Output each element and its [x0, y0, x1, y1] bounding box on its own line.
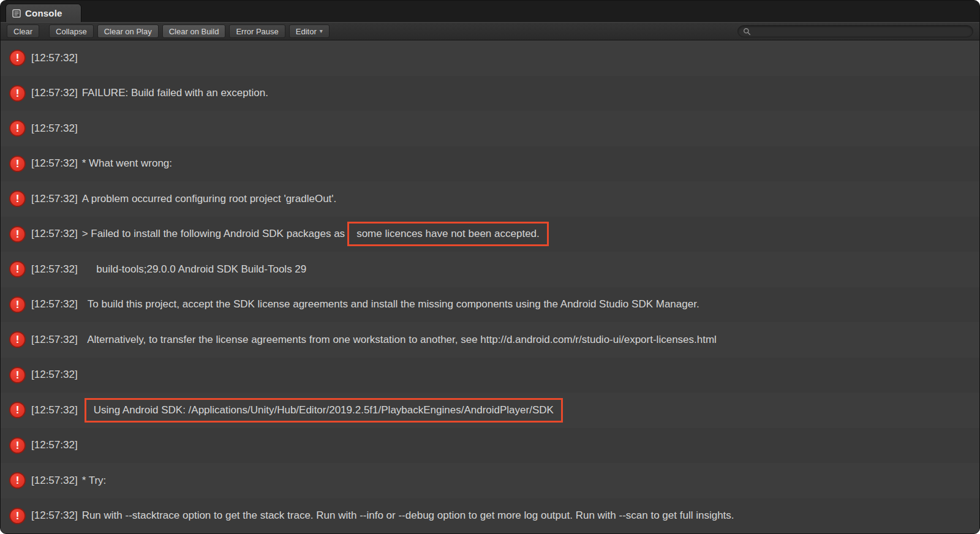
error-icon: !	[9, 226, 26, 243]
search-icon	[743, 28, 751, 36]
log-timestamp: [12:57:32]	[31, 404, 78, 416]
error-icon: !	[9, 437, 26, 454]
log-timestamp: [12:57:32]	[31, 157, 78, 170]
log-entry[interactable]: ! [12:57:32] build-tools;29.0.0 Android …	[1, 252, 979, 287]
log-entry[interactable]: ! [12:57:32] Alternatively, to transfer …	[1, 322, 979, 358]
log-text: [12:57:32]	[31, 122, 82, 135]
log-timestamp: [12:57:32]	[31, 334, 78, 346]
log-timestamp: [12:57:32]	[31, 510, 78, 522]
log-highlight-box: Using Android SDK: /Applications/Unity/H…	[85, 398, 563, 423]
exclamation-glyph: !	[16, 53, 20, 63]
error-icon: !	[9, 261, 26, 277]
log-entry[interactable]: ! [12:57:32]* What went wrong:	[1, 146, 979, 182]
exclamation-glyph: !	[16, 194, 20, 204]
log-text: [12:57:32]A problem occurred configuring…	[31, 193, 336, 205]
console-toolbar: Clear Collapse Clear on Play Clear on Bu…	[1, 22, 979, 40]
log-entry[interactable]: ! [12:57:32]	[1, 111, 979, 146]
log-text: [12:57:32]* Try:	[31, 475, 106, 487]
console-log-list: ! [12:57:32] ! [12:57:32]FAILURE: Build …	[1, 40, 979, 533]
log-entry[interactable]: ! [12:57:32]	[1, 428, 979, 464]
exclamation-glyph: !	[16, 370, 20, 380]
log-entry[interactable]: ! [12:57:32]Run with --stacktrace option…	[1, 498, 979, 534]
editor-dropdown[interactable]: Editor ▾	[289, 24, 330, 38]
log-message: FAILURE: Build failed with an exception.	[82, 87, 268, 99]
clear-button[interactable]: Clear	[7, 24, 39, 38]
exclamation-glyph: !	[16, 405, 20, 415]
error-icon: !	[9, 508, 26, 524]
log-timestamp: [12:57:32]	[31, 122, 78, 135]
exclamation-glyph: !	[16, 299, 20, 310]
log-entry[interactable]: ! [12:57:32]A problem occurred configuri…	[1, 181, 979, 217]
log-highlight-box: some licences have not been accepted.	[347, 222, 549, 246]
error-icon: !	[9, 296, 26, 313]
log-text: [12:57:32] build-tools;29.0.0 Android SD…	[31, 263, 306, 276]
exclamation-glyph: !	[16, 475, 20, 486]
log-message: Alternatively, to transfer the license a…	[82, 334, 717, 346]
log-entry[interactable]: ! [12:57:32]* Try:	[1, 463, 979, 498]
log-text: [12:57:32]Run with --stacktrace option t…	[31, 510, 734, 522]
log-timestamp: [12:57:32]	[31, 263, 78, 276]
error-pause-toggle[interactable]: Error Pause	[229, 24, 285, 38]
log-message: Run with --stacktrace option to get the …	[82, 510, 734, 522]
log-timestamp: [12:57:32]	[31, 369, 78, 381]
log-message: To build this project, accept the SDK li…	[82, 298, 699, 310]
editor-dropdown-label: Editor	[296, 27, 317, 36]
log-entry[interactable]: ! [12:57:32]	[1, 358, 979, 393]
error-icon: !	[9, 156, 26, 172]
error-icon: !	[9, 331, 26, 348]
log-text: [12:57:32]FAILURE: Build failed with an …	[31, 87, 268, 99]
log-entry[interactable]: ! [12:57:32]	[1, 40, 979, 76]
log-text: [12:57:32]	[31, 369, 82, 381]
log-text: [12:57:32] To build this project, accept…	[31, 298, 699, 310]
log-entry[interactable]: ! [12:57:32]FAILURE: Build failed with a…	[1, 76, 979, 111]
log-text: [12:57:32] Alternatively, to transfer th…	[31, 334, 717, 346]
log-entry[interactable]: ! [12:57:32] To build this project, acce…	[1, 287, 979, 323]
log-text: [12:57:32]	[31, 52, 82, 64]
unity-console-window: Console Clear Collapse Clear on Play Cle…	[0, 0, 980, 534]
exclamation-glyph: !	[16, 511, 20, 521]
exclamation-glyph: !	[16, 88, 20, 99]
error-icon: !	[9, 402, 26, 418]
error-icon: !	[9, 85, 26, 102]
error-icon: !	[9, 472, 26, 489]
chevron-down-icon: ▾	[320, 28, 323, 34]
log-message: * Try:	[82, 475, 107, 487]
error-icon: !	[9, 50, 26, 66]
log-text: [12:57:32]	[31, 439, 82, 451]
log-message: * What went wrong:	[82, 157, 172, 170]
log-timestamp: [12:57:32]	[31, 228, 78, 240]
tab-console[interactable]: Console	[6, 4, 81, 22]
search-input[interactable]	[754, 27, 968, 36]
tab-label: Console	[25, 8, 62, 18]
clear-on-play-toggle[interactable]: Clear on Play	[97, 24, 159, 38]
log-text: [12:57:32]* What went wrong:	[31, 157, 172, 170]
error-icon: !	[9, 190, 26, 207]
log-text: [12:57:32]> Failed to install the follow…	[31, 222, 549, 246]
log-timestamp: [12:57:32]	[31, 298, 78, 310]
console-search[interactable]	[737, 25, 973, 37]
exclamation-glyph: !	[16, 123, 20, 134]
log-message: build-tools;29.0.0 Android SDK Build-Too…	[82, 263, 307, 276]
exclamation-glyph: !	[16, 159, 20, 169]
log-message: A problem occurred configuring root proj…	[82, 193, 337, 205]
log-timestamp: [12:57:32]	[31, 439, 78, 451]
log-entry[interactable]: ! [12:57:32]Using Android SDK: /Applicat…	[1, 393, 979, 428]
console-tab-icon	[12, 9, 21, 18]
log-entry[interactable]: ! [12:57:32]> Failed to install the foll…	[1, 217, 979, 252]
log-text: [12:57:32]Using Android SDK: /Applicatio…	[31, 398, 563, 423]
collapse-toggle[interactable]: Collapse	[49, 24, 94, 38]
log-message: > Failed to install the following Androi…	[82, 228, 345, 240]
exclamation-glyph: !	[16, 229, 20, 239]
log-timestamp: [12:57:32]	[31, 52, 78, 64]
clear-on-build-toggle[interactable]: Clear on Build	[162, 24, 226, 38]
error-icon: !	[9, 120, 26, 137]
exclamation-glyph: !	[16, 440, 20, 451]
log-timestamp: [12:57:32]	[31, 87, 78, 99]
tab-bar: Console	[1, 1, 979, 22]
log-timestamp: [12:57:32]	[31, 193, 78, 205]
log-timestamp: [12:57:32]	[31, 475, 78, 487]
exclamation-glyph: !	[16, 334, 20, 345]
exclamation-glyph: !	[16, 264, 20, 274]
error-icon: !	[9, 367, 26, 383]
